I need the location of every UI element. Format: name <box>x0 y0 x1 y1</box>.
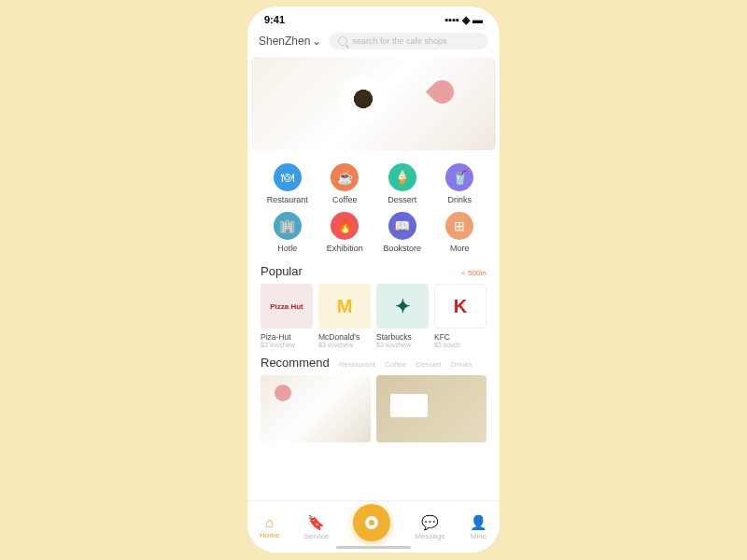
status-time: 9:41 <box>264 14 285 25</box>
search-icon <box>338 36 347 46</box>
nav-service[interactable]: 🔖 Service <box>303 514 329 540</box>
status-indicators: ▪▪▪▪ ◈ ▬ <box>444 14 483 26</box>
more-icon: ⊞ <box>445 212 473 240</box>
nav-message[interactable]: 💬 Message <box>415 514 444 540</box>
message-icon: 💬 <box>421 514 439 531</box>
brand-logo: K <box>434 284 486 329</box>
category-more[interactable]: ⊞ More <box>431 212 489 253</box>
category-coffee[interactable]: ☕ Coffee <box>317 163 374 204</box>
brand-sub: $3 vovchew <box>376 342 429 348</box>
category-dessert[interactable]: 🍦 Dessert <box>374 163 431 204</box>
header: ShenZhen ⌄ search for the cafe shops <box>247 33 500 57</box>
category-label: Restaurant <box>267 195 308 204</box>
recommend-card-1[interactable] <box>261 375 371 442</box>
category-label: Hotle <box>277 244 297 253</box>
location-selector[interactable]: ShenZhen ⌄ <box>259 35 321 48</box>
recommend-grid <box>247 375 500 442</box>
brand-logo: Pizza Hut <box>261 284 313 329</box>
service-icon: 🔖 <box>307 514 325 531</box>
filter-restaurant[interactable]: Restaurant <box>339 360 375 369</box>
popular-card[interactable]: Pizza Hut Piza-Hut $3 vovchew <box>261 284 313 348</box>
brand-logo: M <box>318 284 371 329</box>
bottom-nav: ⌂ Home 🔖 Service 💬 Message 👤 Mine <box>247 500 500 553</box>
nav-label: Message <box>415 532 444 540</box>
brand-name: Piza-Hut <box>261 332 313 342</box>
brand-name: McDonald's <box>318 332 371 342</box>
search-placeholder: search for the cafe shops <box>352 36 446 46</box>
popular-card[interactable]: K KFC $3 vovch <box>434 284 486 348</box>
category-restaurant[interactable]: 🍽 Restaurant <box>259 163 317 204</box>
category-label: Dessert <box>388 195 416 204</box>
distance-filter[interactable]: < 500m <box>461 269 486 277</box>
category-hotle[interactable]: 🏢 Hotle <box>259 212 317 253</box>
popular-card[interactable]: M McDonald's $3 vovchew <box>318 284 371 348</box>
nav-center-button[interactable] <box>353 504 390 541</box>
nav-mine[interactable]: 👤 Mine <box>470 514 487 540</box>
location-text: ShenZhen <box>259 35 310 48</box>
home-icon: ⌂ <box>265 514 274 530</box>
category-exhibition[interactable]: 🔥 Exhibition <box>317 212 374 253</box>
mine-icon: 👤 <box>470 514 487 531</box>
category-bookstore[interactable]: 📖 Bookstore <box>374 212 431 253</box>
popular-title: Popular <box>261 264 303 278</box>
filter-coffee[interactable]: Coffee <box>385 360 406 369</box>
popular-row: Pizza Hut Piza-Hut $3 vovchew M McDonald… <box>247 284 500 352</box>
brand-sub: $3 vovchew <box>318 342 371 348</box>
popular-card[interactable]: ✦ Starbucks $3 vovchew <box>376 284 429 348</box>
signal-icon: ▪▪▪▪ <box>444 14 459 25</box>
hero-banner[interactable] <box>251 57 496 150</box>
dessert-icon: 🍦 <box>388 163 416 191</box>
category-label: More <box>450 244 470 253</box>
home-indicator <box>336 546 411 549</box>
recommend-title: Recommend <box>261 356 330 370</box>
filter-drinks[interactable]: Drinks <box>451 360 472 369</box>
chevron-down-icon: ⌄ <box>312 35 321 48</box>
category-label: Exhibition <box>327 244 363 253</box>
phone-frame: 9:41 ▪▪▪▪ ◈ ▬ ShenZhen ⌄ search for the … <box>247 7 500 553</box>
nav-label: Mine <box>471 532 486 540</box>
exhibition-icon: 🔥 <box>331 212 359 240</box>
nav-label: Service <box>303 532 329 540</box>
brand-name: Starbucks <box>376 332 429 342</box>
brand-logo: ✦ <box>376 284 429 329</box>
battery-icon: ▬ <box>472 14 483 25</box>
nav-home[interactable]: ⌂ Home <box>260 514 279 539</box>
recommend-card-2[interactable] <box>376 375 486 442</box>
bookstore-icon: 📖 <box>388 212 416 240</box>
drinks-icon: 🥤 <box>445 163 473 191</box>
wifi-icon: ◈ <box>462 14 470 26</box>
nav-label: Home <box>260 531 279 539</box>
brand-name: KFC <box>434 332 486 342</box>
category-grid: 🍽 Restaurant ☕ Coffee 🍦 Dessert 🥤 Drinks… <box>247 150 500 262</box>
filter-dessert[interactable]: Dessert <box>416 360 442 369</box>
restaurant-icon: 🍽 <box>274 163 302 191</box>
search-input[interactable]: search for the cafe shops <box>329 33 488 49</box>
brand-sub: $3 vovchew <box>261 342 313 348</box>
category-drinks[interactable]: 🥤 Drinks <box>431 163 489 204</box>
category-label: Bookstore <box>383 244 421 253</box>
status-bar: 9:41 ▪▪▪▪ ◈ ▬ <box>247 7 500 33</box>
brand-sub: $3 vovch <box>434 342 486 348</box>
coffee-icon: ☕ <box>331 163 359 191</box>
popular-header: Popular < 500m <box>247 262 500 284</box>
category-label: Coffee <box>332 195 357 204</box>
hotle-icon: 🏢 <box>274 212 302 240</box>
recommend-header: Recommend Restaurant Coffee Dessert Drin… <box>247 352 500 375</box>
category-label: Drinks <box>447 195 472 204</box>
